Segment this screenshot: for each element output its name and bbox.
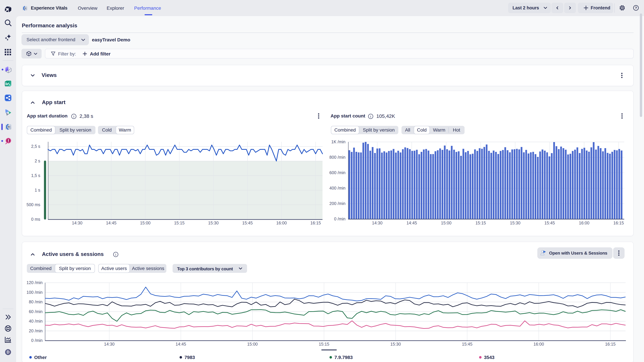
svg-text:14:45: 14:45: [406, 221, 417, 225]
svg-text:?: ?: [635, 6, 637, 10]
svg-text:15:15: 15:15: [476, 221, 486, 225]
svg-text:1K /min: 1K /min: [331, 139, 346, 144]
svg-text:15:00: 15:00: [247, 342, 258, 347]
svg-text:0 /min: 0 /min: [334, 217, 346, 221]
svg-text:200 /min: 200 /min: [330, 201, 346, 206]
svg-text:15:45: 15:45: [242, 221, 253, 225]
svg-text:15:15: 15:15: [174, 221, 185, 225]
svg-text:D: D: [7, 350, 10, 354]
svg-text:14:45: 14:45: [106, 221, 116, 225]
svg-text:120 /min: 120 /min: [26, 280, 42, 285]
svg-text:15:00: 15:00: [140, 221, 150, 225]
svg-text:16:00: 16:00: [276, 221, 287, 225]
svg-text:100 /min: 100 /min: [26, 290, 42, 295]
svg-text:15:15: 15:15: [319, 342, 330, 347]
svg-text:800 /min: 800 /min: [330, 155, 346, 160]
svg-text:14:45: 14:45: [176, 342, 186, 347]
svg-text:20 /min: 20 /min: [29, 329, 42, 333]
svg-text:14:30: 14:30: [72, 221, 82, 225]
svg-text:0 ms: 0 ms: [31, 217, 40, 222]
svg-text:80 /min: 80 /min: [29, 300, 42, 304]
svg-text:15:45: 15:45: [544, 221, 555, 225]
svg-text:0 /min: 0 /min: [31, 338, 42, 343]
svg-text:15:00: 15:00: [441, 221, 452, 225]
svg-text:15:30: 15:30: [390, 342, 401, 347]
svg-text:2,5 s: 2,5 s: [31, 144, 40, 149]
svg-text:15:30: 15:30: [510, 221, 520, 225]
svg-text:16:15: 16:15: [605, 342, 616, 347]
svg-text:400 /min: 400 /min: [330, 186, 346, 190]
svg-text:40 /min: 40 /min: [29, 319, 42, 324]
svg-text:15:30: 15:30: [208, 221, 219, 225]
svg-text:1,5 s: 1,5 s: [31, 173, 40, 178]
svg-text:14:30: 14:30: [372, 221, 382, 225]
svg-text:16:15: 16:15: [310, 221, 321, 225]
svg-text:2 s: 2 s: [35, 159, 40, 163]
svg-text:14:30: 14:30: [104, 342, 114, 347]
svg-text:15:45: 15:45: [462, 342, 472, 347]
svg-text:16:00: 16:00: [579, 221, 590, 225]
svg-text:16:00: 16:00: [534, 342, 544, 347]
svg-text:16:15: 16:15: [613, 221, 624, 225]
svg-text:600 /min: 600 /min: [330, 170, 346, 175]
svg-text:60 /min: 60 /min: [29, 309, 42, 314]
svg-text:1 s: 1 s: [35, 188, 40, 192]
svg-text:500 ms: 500 ms: [26, 202, 40, 207]
